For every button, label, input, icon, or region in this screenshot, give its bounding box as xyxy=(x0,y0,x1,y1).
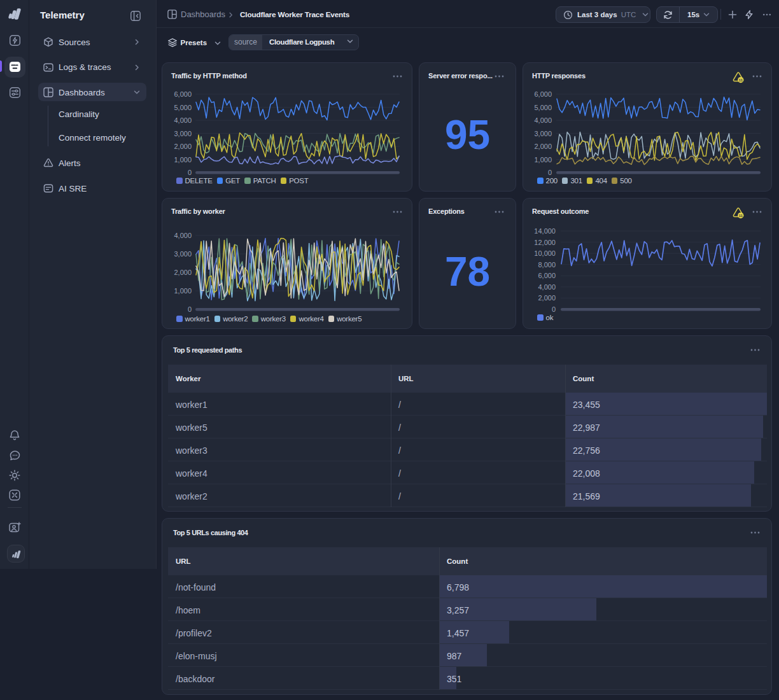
svg-text:4,000: 4,000 xyxy=(534,116,552,124)
svg-text:0: 0 xyxy=(552,305,556,313)
svg-text:4,000: 4,000 xyxy=(174,116,192,124)
svg-text:1,000: 1,000 xyxy=(534,156,552,164)
svg-text:3,000: 3,000 xyxy=(174,250,192,258)
svg-text:2,000: 2,000 xyxy=(174,269,192,276)
svg-text:2,000: 2,000 xyxy=(534,143,552,150)
svg-text:4,000: 4,000 xyxy=(174,232,192,239)
svg-text:6,000: 6,000 xyxy=(534,90,552,98)
svg-text:1,000: 1,000 xyxy=(174,156,192,164)
svg-text:0: 0 xyxy=(188,305,192,313)
svg-text:2,000: 2,000 xyxy=(538,294,556,302)
svg-text:10,000: 10,000 xyxy=(534,249,556,257)
svg-text:0: 0 xyxy=(548,169,552,176)
svg-text:14,000: 14,000 xyxy=(534,227,556,235)
svg-text:5,000: 5,000 xyxy=(534,104,552,111)
svg-text:12,000: 12,000 xyxy=(534,239,556,246)
svg-text:1,000: 1,000 xyxy=(174,287,192,295)
svg-text:0: 0 xyxy=(188,169,192,176)
svg-text:2,000: 2,000 xyxy=(174,143,192,150)
svg-text:6,000: 6,000 xyxy=(538,272,556,279)
svg-text:3,000: 3,000 xyxy=(174,130,192,137)
svg-text:3,000: 3,000 xyxy=(534,130,552,137)
svg-text:5,000: 5,000 xyxy=(174,104,192,111)
svg-text:6,000: 6,000 xyxy=(174,90,192,98)
svg-text:8,000: 8,000 xyxy=(538,261,556,269)
svg-text:4,000: 4,000 xyxy=(538,283,556,291)
